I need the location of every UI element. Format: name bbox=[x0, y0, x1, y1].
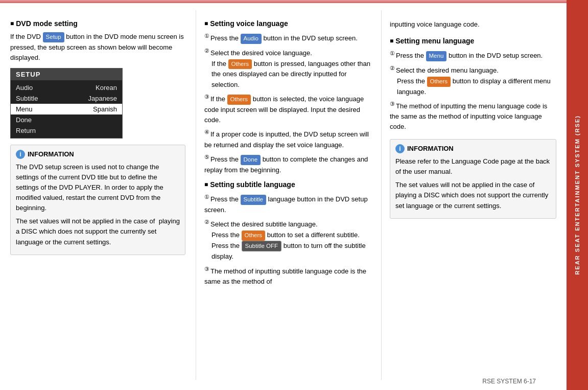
setup-row-done: Done bbox=[11, 114, 122, 125]
step-sub-3: ③The method of inputting subtitle langua… bbox=[204, 265, 371, 287]
info-icon-2: i bbox=[395, 144, 405, 153]
setup-menu-value: Spanish bbox=[93, 105, 117, 113]
menu-btn-inline: Menu bbox=[426, 51, 447, 61]
others-btn-inline-4: Others bbox=[427, 77, 451, 87]
step-voice-2: ②Select the desired voice language. If t… bbox=[204, 47, 371, 90]
col3-info-p1: Please refer to the Language Code page a… bbox=[395, 156, 551, 177]
step-menu-1: ①Press the Menu button in the DVD setup … bbox=[390, 49, 556, 61]
step-sub-2: ②Select the desired subtitle language. P… bbox=[204, 218, 371, 262]
step-menu-2: ②Select the desired menu language. Press… bbox=[390, 64, 556, 97]
step-sub-1: ①Press the Subtitle language button in t… bbox=[204, 193, 371, 215]
setup-subtitle-label: Subtitle bbox=[16, 95, 57, 102]
section2-title: Setting voice language bbox=[204, 19, 371, 28]
section-subtitle-title: Setting subtitle language bbox=[204, 180, 371, 189]
col1-para1: If the DVD Setup button in the DVD mode … bbox=[10, 32, 185, 63]
col3-info-box: i INFORMATION Please refer to the Langua… bbox=[390, 139, 556, 218]
setup-box: SETUP Audio Korean Subtitle Japanese Men… bbox=[10, 68, 123, 139]
setup-subtitle-value: Japanese bbox=[88, 95, 117, 102]
column-3: inputting voice language code. Setting m… bbox=[381, 10, 556, 380]
top-bar bbox=[0, 0, 567, 3]
subtitle-btn-inline: Subtitle bbox=[241, 195, 266, 205]
step-voice-3: ③If the Others button is selected, the v… bbox=[204, 93, 371, 125]
info-icon-1: i bbox=[16, 150, 25, 159]
step-voice-1: ①Press the Audio button in the DVD setup… bbox=[204, 32, 371, 44]
setup-menu-label: Menu bbox=[16, 105, 57, 113]
done-btn-inline: Done bbox=[241, 155, 261, 165]
col3-info-title: i INFORMATION bbox=[395, 144, 551, 154]
setup-audio-value: Korean bbox=[96, 84, 117, 91]
page-footer: RSE SYSTEM 6-17 bbox=[482, 378, 536, 385]
subtitleoff-btn-inline: Subtitle OFF bbox=[242, 241, 282, 252]
setup-button-inline: Setup bbox=[43, 32, 64, 42]
audio-btn-inline: Audio bbox=[241, 34, 262, 44]
col3-info-p2: The set values will not be applied in th… bbox=[395, 180, 551, 211]
others-btn-inline-3: Others bbox=[242, 231, 266, 241]
setup-row-menu: Menu Spanish bbox=[11, 104, 122, 114]
col3-continue: inputting voice language code. bbox=[390, 19, 556, 30]
col1-info-title: i INFORMATION bbox=[16, 149, 180, 159]
others-btn-inline-1: Others bbox=[228, 59, 252, 70]
section-menu-title: Setting menu language bbox=[390, 37, 556, 45]
step-menu-3: ③The method of inputting the menu langua… bbox=[390, 100, 556, 132]
step-voice-5: ⑤Press the Done button to complete the c… bbox=[204, 153, 371, 175]
step-voice-4: ④If a proper code is inputted, the DVD s… bbox=[204, 128, 371, 150]
col1-info-p2: The set values will not be applied in th… bbox=[16, 216, 180, 247]
col1-info-title-text: INFORMATION bbox=[28, 149, 74, 159]
setup-title: SETUP bbox=[11, 68, 122, 80]
main-content: DVD mode setting If the DVD Setup button… bbox=[0, 0, 567, 390]
others-btn-inline-2: Others bbox=[227, 95, 251, 105]
setup-row-audio: Audio Korean bbox=[11, 82, 122, 93]
setup-row-subtitle: Subtitle Japanese bbox=[11, 93, 122, 104]
setup-done-label: Done bbox=[16, 116, 57, 124]
right-sidebar: REAR SEAT ENTERTAINMENT SYSTEM (RSE) bbox=[567, 0, 588, 390]
column-1: DVD mode setting If the DVD Setup button… bbox=[10, 10, 185, 380]
sidebar-text: REAR SEAT ENTERTAINMENT SYSTEM (RSE) bbox=[574, 115, 580, 274]
col1-info-box: i INFORMATION The DVD setup screen is us… bbox=[10, 145, 185, 255]
col1-info-p1: The DVD setup screen is used not to chan… bbox=[16, 162, 180, 214]
setup-return-label: Return bbox=[16, 127, 57, 134]
col3-info-title-text: INFORMATION bbox=[407, 144, 454, 154]
setup-audio-label: Audio bbox=[16, 84, 57, 91]
setup-menu: Audio Korean Subtitle Japanese Menu Span… bbox=[11, 80, 122, 138]
setup-row-return: Return bbox=[11, 125, 122, 136]
column-2: Setting voice language ①Press the Audio … bbox=[196, 10, 371, 380]
section1-title: DVD mode setting bbox=[10, 19, 185, 28]
